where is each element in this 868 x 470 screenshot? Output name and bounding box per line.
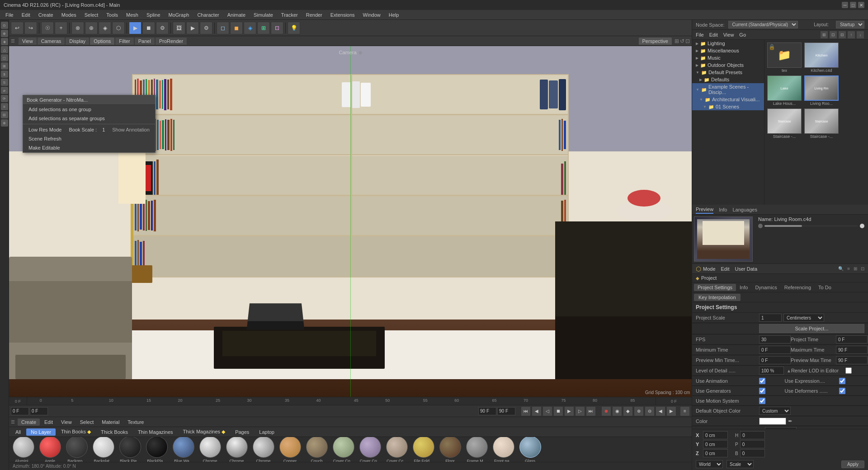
material-background[interactable]: Backgro... (64, 437, 89, 462)
sidebar-icon-11[interactable]: ≡ (1, 103, 8, 110)
z-position-input[interactable] (703, 449, 728, 457)
display-tab[interactable]: Display (66, 38, 89, 45)
menu-extensions[interactable]: Extensions (327, 11, 359, 19)
right-go-menu[interactable]: Go (739, 32, 746, 38)
menu-tracker[interactable]: Tracker (278, 11, 302, 19)
panel-tab[interactable]: Panel (135, 38, 155, 45)
material-framem[interactable]: Frame M... (464, 437, 489, 462)
sidebar-icon-12[interactable]: ⊟ (1, 111, 8, 118)
color-preview[interactable] (759, 418, 786, 425)
rotate-button[interactable]: ◈ (99, 22, 111, 34)
obj-button-4[interactable]: ⊞ (257, 22, 270, 34)
menu-file[interactable]: File (2, 11, 17, 19)
sidebar-icon-7[interactable]: $ (1, 70, 8, 78)
menu-simulate[interactable]: Simulate (250, 11, 277, 19)
anim-max-field[interactable] (478, 407, 496, 415)
sidebar-icon-13[interactable]: ⊕ (1, 119, 8, 127)
preview-max-input[interactable] (836, 356, 868, 364)
right-layout-btn-4[interactable]: ↑ (847, 31, 855, 39)
prop-icon-4[interactable]: ⊡ (861, 266, 864, 271)
material-coverco-1[interactable]: Cover Co... (331, 437, 356, 462)
right-layout-btn-2[interactable]: ⊡ (829, 31, 837, 39)
preview-tab-preview[interactable]: Preview (696, 206, 713, 214)
menu-character[interactable]: Character (193, 11, 222, 19)
render-lod-checkbox[interactable] (845, 367, 852, 374)
render-view-button[interactable]: 🖼 (173, 22, 185, 34)
layer-no-layer[interactable]: No Layer (26, 428, 56, 436)
use-motion-checkbox[interactable] (759, 398, 765, 404)
menu-select[interactable]: Select (81, 11, 102, 19)
node-item-lighting[interactable]: ▶ 📁 Lighting (692, 40, 764, 47)
minimize-button[interactable]: ─ (842, 2, 848, 8)
project-scale-unit-select[interactable]: Centimeters (783, 314, 824, 322)
prop-tab-todo[interactable]: To Do (815, 284, 835, 291)
anim-auto-key-button[interactable]: ◉ (612, 406, 622, 416)
transform-button[interactable]: ⬡ (112, 22, 125, 34)
anim-play-back-button[interactable]: ◁ (542, 406, 552, 416)
anim-add-key-button[interactable]: ⊕ (634, 406, 644, 416)
material-frontpa[interactable]: Front pa... (491, 437, 516, 462)
search-icon[interactable]: 🔍 (838, 266, 844, 271)
prop-tab-info[interactable]: Info (736, 284, 751, 291)
node-item-music[interactable]: ▶ 📁 Music (692, 54, 764, 61)
thumb-kitchen[interactable]: Kitchen Kitchen.c4d (803, 42, 840, 74)
material-glass[interactable]: Glass (518, 437, 542, 462)
layer-thin-magazines[interactable]: Thin Magazines (133, 428, 178, 436)
lod-input[interactable] (759, 367, 784, 375)
material-bluewa[interactable]: Blue Wa... (171, 437, 196, 462)
prop-header-edit[interactable]: Edit (721, 266, 730, 272)
preview-min-input[interactable] (759, 356, 791, 364)
use-expression-checkbox[interactable] (839, 378, 845, 384)
viewport[interactable]: Camera ⊕ Book Generator - NitroMa... Add… (9, 46, 692, 397)
sidebar-icon-9[interactable]: ⌀ (1, 87, 8, 94)
anim-prev-key-button[interactable]: ◀ (656, 406, 665, 416)
ctx-scene-refresh[interactable]: Scene Refresh (23, 134, 155, 143)
ctx-add-one-group[interactable]: Add selections as one group (23, 105, 155, 114)
anim-last-button[interactable]: ⏭ (586, 406, 596, 416)
bottom-tab-edit[interactable]: Edit (41, 418, 57, 426)
sidebar-icon-10[interactable]: ⟳ (1, 95, 8, 102)
right-layout-btn-1[interactable]: ⊞ (820, 31, 828, 39)
material-covercc[interactable]: Cover Cc... (384, 437, 409, 462)
viewport-menu-icon[interactable]: ☰ (11, 38, 15, 43)
material-blackpla[interactable]: BlackPla... (144, 437, 169, 462)
anim-record-button[interactable]: ⏺ (601, 406, 611, 416)
material-aluminium[interactable]: Alumini... (11, 437, 36, 462)
ctx-add-separate[interactable]: Add selections as separate groups (23, 114, 155, 123)
prop-subtab-key-interp[interactable]: Key Interpolation (694, 294, 741, 301)
node-item-default-presets[interactable]: ▼ 📁 Default Presets (692, 69, 764, 76)
anim-first-button[interactable]: ⏮ (521, 406, 531, 416)
anim-motion-button[interactable]: ≡ (680, 406, 690, 416)
node-item-01-scenes[interactable]: ▼ 📁 01 Scenes (692, 103, 764, 110)
material-apple[interactable]: Apple (38, 437, 62, 462)
material-chrome-2[interactable]: Chrome (224, 437, 249, 462)
layout-select[interactable]: Startup (836, 21, 864, 28)
project-time-input[interactable] (836, 335, 868, 343)
play-button[interactable]: ▶ (129, 22, 142, 34)
bottom-tab-material[interactable]: Material (98, 418, 123, 426)
fps-input[interactable] (759, 335, 791, 343)
lod-arrow[interactable]: ▲ (787, 368, 791, 373)
project-scale-input[interactable] (759, 314, 782, 322)
anim-stop-button[interactable]: ⏹ (553, 406, 563, 416)
prop-header-mode[interactable]: Mode (703, 266, 716, 272)
h-input[interactable] (740, 431, 765, 439)
min-time-input[interactable] (759, 346, 791, 354)
thumb-lakehouse[interactable]: Lake Lake Hous... (766, 75, 802, 107)
perspective-tab[interactable]: Perspective (639, 38, 672, 45)
x-position-input[interactable] (703, 431, 728, 439)
right-file-menu[interactable]: File (696, 32, 704, 38)
menu-mesh[interactable]: Mesh (123, 11, 142, 19)
material-floor[interactable]: Floor (438, 437, 462, 462)
move-button[interactable]: ⊗ (71, 22, 84, 34)
viewport-icon-1[interactable]: ⊞ (675, 38, 679, 44)
obj-button-3[interactable]: ◈ (244, 22, 256, 34)
thumb-livingroom[interactable]: Living Rm Living Roo... (803, 75, 840, 107)
menu-tools[interactable]: Tools (103, 11, 122, 19)
preview-progress-bar[interactable] (764, 225, 858, 227)
options-tab[interactable]: Options (90, 38, 114, 45)
thumb-staircase-1[interactable]: Staircase Staircase -... (766, 108, 802, 140)
ctx-show-annotation[interactable]: Show Annotation (112, 127, 150, 132)
prop-tab-project-settings[interactable]: Project Settings (694, 284, 736, 291)
obj-button-5[interactable]: ⊡ (271, 22, 283, 34)
